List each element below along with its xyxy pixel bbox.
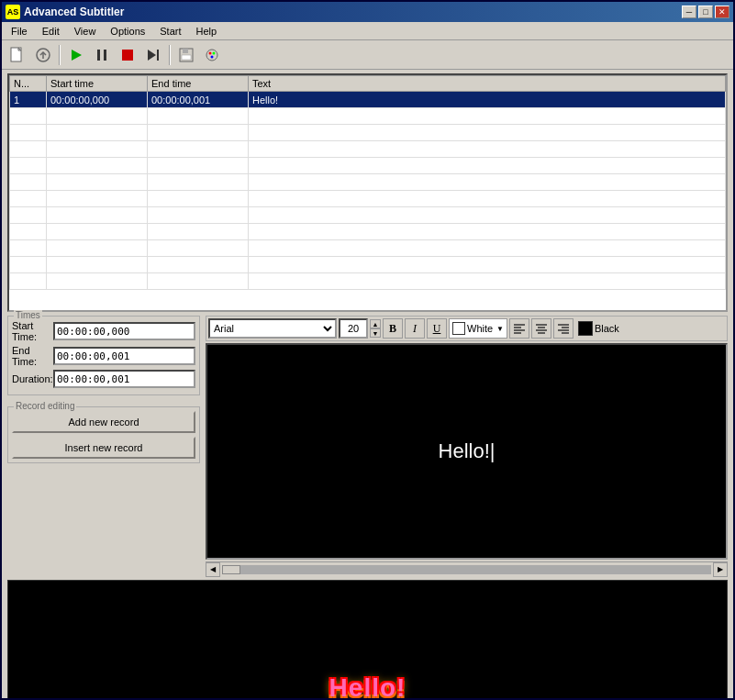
table-row[interactable]	[10, 273, 726, 290]
text-color-name: White	[467, 323, 495, 334]
maximize-button[interactable]: □	[698, 6, 713, 18]
new-button[interactable]	[6, 43, 29, 67]
svg-rect-7	[122, 50, 133, 61]
bg-color-wrap: Black	[575, 320, 622, 337]
bg-color-swatch	[578, 321, 593, 336]
svg-rect-6	[104, 50, 106, 61]
menu-view[interactable]: View	[67, 24, 104, 39]
row-num: 1	[10, 92, 47, 108]
text-editor-wrap[interactable]: Hello!	[206, 343, 728, 560]
stop-button[interactable]	[116, 43, 139, 67]
pause-button[interactable]	[90, 43, 114, 67]
table-row[interactable]	[10, 207, 726, 224]
editor-text: Hello!	[439, 439, 490, 463]
insert-new-record-button[interactable]: Insert new record	[12, 437, 195, 459]
start-time-row: Start Time:	[12, 320, 195, 342]
table-row[interactable]	[10, 125, 726, 141]
minimize-button[interactable]: ─	[682, 6, 696, 18]
window-title: Advanced Subtitler	[24, 6, 682, 18]
align-left-button[interactable]	[509, 318, 529, 339]
duration-row: Duration:	[12, 370, 195, 388]
font-select[interactable]: Arial	[208, 318, 337, 339]
start-time-label: Start Time:	[12, 320, 53, 342]
svg-marker-8	[148, 50, 156, 61]
col-start: Start time	[47, 76, 148, 92]
row-end: 00:00:00,001	[148, 92, 249, 108]
open-button[interactable]	[31, 43, 55, 67]
window-controls: ─ □ ✕	[682, 6, 729, 18]
app-icon: AS	[6, 5, 20, 19]
record-editing-group: Record editing Add new record Insert new…	[7, 406, 200, 463]
menu-start[interactable]: Start	[152, 24, 188, 39]
formatting-bar: Arial ▲ ▼ B I U White ▼	[206, 316, 728, 341]
table-row[interactable]	[10, 158, 726, 174]
add-new-record-button[interactable]: Add new record	[12, 411, 195, 433]
toolbar	[2, 40, 733, 70]
size-up-button[interactable]: ▲	[370, 319, 381, 328]
underline-button[interactable]: U	[427, 318, 447, 339]
bold-button[interactable]: B	[383, 318, 403, 339]
bottom-panels: Times Start Time: End Time: Duration:	[2, 316, 733, 580]
table-row[interactable]	[10, 108, 726, 125]
end-time-input[interactable]	[53, 347, 195, 365]
save-button[interactable]	[174, 43, 198, 67]
col-end: End time	[148, 76, 249, 92]
table-row[interactable]	[10, 174, 726, 191]
table-row[interactable]	[10, 191, 726, 207]
close-button[interactable]: ✕	[715, 6, 729, 18]
scroll-right-button[interactable]: ▶	[713, 562, 728, 577]
text-color-swatch	[452, 322, 465, 335]
left-panel: Times Start Time: End Time: Duration:	[7, 316, 200, 576]
svg-rect-11	[183, 49, 188, 53]
right-panel: Arial ▲ ▼ B I U White ▼	[206, 316, 728, 576]
table-row[interactable]: 1 00:00:00,000 00:00:00,001 Hello!	[10, 92, 726, 108]
menu-edit[interactable]: Edit	[35, 24, 67, 39]
align-center-button[interactable]	[531, 318, 551, 339]
font-size-input[interactable]	[339, 318, 368, 339]
scroll-left-button[interactable]: ◀	[206, 562, 220, 577]
svg-rect-9	[157, 50, 159, 61]
svg-point-16	[211, 55, 214, 58]
separator-2	[169, 45, 171, 65]
times-group-label: Times	[14, 310, 42, 320]
menu-help[interactable]: Help	[189, 24, 225, 39]
table-row[interactable]	[10, 141, 726, 158]
col-num: N...	[10, 76, 47, 92]
size-down-button[interactable]: ▼	[370, 328, 381, 338]
menu-file[interactable]: File	[4, 24, 35, 39]
editor-scrollbar: ◀ ▶	[206, 561, 728, 576]
title-bar: AS Advanced Subtitler ─ □ ✕	[2, 2, 733, 22]
window-body: N... Start time End time Text 1 00:00:00…	[2, 70, 733, 700]
step-button[interactable]	[141, 43, 165, 67]
text-cursor	[490, 439, 496, 463]
start-time-input[interactable]	[53, 322, 195, 340]
times-group: Times Start Time: End Time: Duration:	[7, 316, 200, 395]
text-color-dropdown-icon[interactable]: ▼	[496, 325, 504, 333]
palette-button[interactable]	[200, 43, 224, 67]
table-row[interactable]	[10, 257, 726, 273]
duration-input[interactable]	[53, 370, 195, 388]
preview-text: Hello!	[329, 673, 406, 700]
subtitle-table-area[interactable]: N... Start time End time Text 1 00:00:00…	[7, 73, 728, 312]
scroll-track[interactable]	[222, 565, 711, 574]
subtitle-table: N... Start time End time Text 1 00:00:00…	[9, 75, 726, 290]
text-editor[interactable]: Hello!	[207, 345, 726, 558]
table-row[interactable]	[10, 240, 726, 257]
col-text: Text	[249, 76, 726, 92]
svg-point-15	[213, 51, 216, 54]
play-button[interactable]	[64, 43, 88, 67]
separator-1	[59, 45, 61, 65]
duration-label: Duration:	[12, 373, 53, 384]
menu-options[interactable]: Options	[103, 24, 152, 39]
text-color-select[interactable]: White ▼	[449, 318, 507, 339]
align-right-button[interactable]	[553, 318, 574, 339]
svg-rect-12	[182, 55, 191, 60]
svg-rect-5	[97, 50, 100, 61]
table-row[interactable]	[10, 224, 726, 240]
svg-point-14	[209, 51, 212, 54]
end-time-label: End Time:	[12, 345, 53, 367]
scroll-thumb[interactable]	[222, 565, 240, 574]
row-text: Hello!	[249, 92, 726, 108]
main-window: AS Advanced Subtitler ─ □ ✕ File Edit Vi…	[0, 0, 735, 700]
italic-button[interactable]: I	[405, 318, 425, 339]
